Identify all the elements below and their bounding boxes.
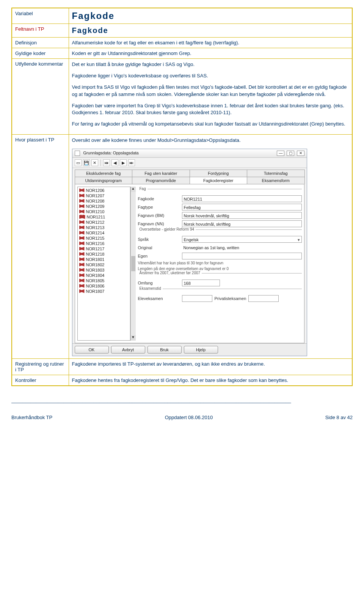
list-item[interactable]: NOR1214 [78,230,129,236]
label-fagnavn-bm: Fagnavn (BM) [138,213,180,218]
row-gyldige-value: Koden er gitt av Utdanningsdirektoratet … [69,48,352,59]
list-item[interactable]: NOR1208 [78,198,129,204]
window-title: Grunnlagsdata: Oppslagsdata [83,151,139,155]
list-item[interactable]: NOR1209 [78,204,129,209]
fagkode-list[interactable]: NOR1206NOR1207NOR1208NOR1209NOR1210NOR12… [77,187,130,341]
input-omfang[interactable]: 168 [182,280,220,286]
next-icon[interactable]: ▶ [120,159,127,166]
detail-form: Fag Fagkode NOR1211 Fagtype Fellesfag Fa… [138,187,302,341]
save-icon[interactable]: 💾 [83,159,90,166]
new-icon[interactable]: ▭ [75,159,82,166]
scroll-thumb[interactable] [131,256,135,271]
row-kontroller-value: Fagkodene hentes fra fagkoderegisteret t… [69,375,352,386]
hjelp-button[interactable]: Hjelp [184,346,218,353]
close-button[interactable]: ✕ [297,151,304,156]
book-icon [79,289,85,293]
list-item-label: NOR1805 [86,278,105,283]
list-item-label: NOR1210 [86,209,105,214]
list-item-label: NOR1212 [86,220,105,225]
book-icon [79,258,85,261]
book-icon [79,204,85,208]
book-icon [79,215,85,219]
book-icon [79,268,85,272]
list-item-label: NOR1207 [86,193,105,198]
section-oversettelse: Oversettelse - gjelder Reform 94 [138,227,196,231]
row-kontroller-label: Kontroller [12,375,69,386]
last-icon[interactable]: ⏭ [128,159,135,166]
toolbar: ▭ 💾 ✕ ⏮ ◀ ▶ ⏭ [72,158,307,168]
input-fagkode[interactable]: NOR1211 [182,195,302,202]
list-item-label: NOR1208 [86,199,105,203]
label-eleveksamen: Eleveksamen [138,296,180,301]
input-privatisteksamen[interactable] [248,295,279,302]
list-item-label: NOR1802 [86,262,105,267]
select-sprak[interactable]: Engelsk [182,236,302,243]
scroll-up-icon[interactable]: ▲ [131,187,136,192]
bruk-button[interactable]: Bruk [147,346,182,353]
tab-utdanningsprogram[interactable]: Utdanningsprogram [75,177,133,184]
utfyllende-p3: Ved import fra SAS til Vigo vil fagkoden… [72,84,349,97]
book-icon [79,263,85,267]
list-item-label: NOR1807 [86,289,105,294]
tab-fordypning[interactable]: Fordypning [190,170,248,177]
book-icon [79,199,85,203]
list-item[interactable]: NOR1802 [78,262,129,267]
tab-fag-uten-karakter[interactable]: Fag uten karakter [132,170,190,177]
tab-fagkoderegister[interactable]: Fagkoderegister [190,177,248,184]
list-item[interactable]: NOR1213 [78,225,129,230]
label-original: Original [138,245,180,250]
list-item[interactable]: NOR1805 [78,278,129,283]
list-item[interactable]: NOR1206 [78,188,129,193]
ok-button[interactable]: OK [75,346,109,353]
row-gyldige-label: Gyldige koder [12,48,69,59]
list-item[interactable]: NOR1211 [78,214,129,220]
list-item[interactable]: NOR1807 [78,289,129,294]
maximize-button[interactable]: ▢ [287,151,294,156]
input-eleveksamen[interactable] [182,295,212,302]
label-fagnavn-nn: Fagnavn (NN) [138,222,180,226]
list-item[interactable]: NOR1803 [78,267,129,273]
list-item[interactable]: NOR1215 [78,236,129,241]
label-omfang: Omfang [138,281,180,285]
tab-eksamensform[interactable]: Eksamensform [247,177,305,184]
tab-programomraade[interactable]: Programområde [132,177,190,184]
label-fagtype: Fagtype [138,205,180,209]
tab-ekskluderende[interactable]: Ekskluderende fag [75,170,133,177]
book-icon [79,284,85,288]
input-egen[interactable] [182,253,302,259]
titlebar: Grunnlagsdata: Oppslagsdata — ▢ ✕ [72,149,307,158]
minimize-button[interactable]: — [277,151,284,156]
book-icon [79,189,85,192]
scrollbar[interactable]: ▲ ▼ [130,187,136,341]
window-icon [75,151,80,156]
list-item[interactable]: NOR1210 [78,209,129,214]
list-item[interactable]: NOR1216 [78,241,129,246]
delete-icon[interactable]: ✕ [91,159,98,166]
list-item[interactable]: NOR1207 [78,193,129,198]
list-item[interactable]: NOR1217 [78,246,129,251]
input-fagnavn-bm[interactable]: Norsk hovedmål, skriftlig [182,212,302,219]
list-item[interactable]: NOR1804 [78,273,129,278]
list-item-label: NOR1803 [86,268,105,272]
row-feltnavn-label: Feltnavn i TP [12,24,69,38]
list-item-label: NOR1217 [86,247,105,251]
list-item[interactable]: NOR1212 [78,220,129,225]
list-item-label: NOR1801 [86,257,105,262]
input-fagtype[interactable]: Fellesfag [182,204,302,211]
prev-icon[interactable]: ◀ [111,159,118,166]
utfyllende-p1: Det er kun tillatt å bruke gyldige fagko… [72,61,349,68]
input-fagnavn-nn[interactable]: Norsk hovudmål, skriftleg [182,220,302,227]
list-item-label: NOR1216 [86,241,105,246]
label-egen: Egen [138,254,180,258]
list-item[interactable]: NOR1801 [78,257,129,262]
scroll-down-icon[interactable]: ▼ [131,335,136,341]
avbryt-button[interactable]: Avbryt [111,346,145,353]
tab-toterminsfag[interactable]: Toterminsfag [247,170,305,177]
book-icon [79,279,85,283]
first-icon[interactable]: ⏮ [103,159,110,166]
utfyllende-p5: For føring av fagkoder på vitnemål og ko… [72,121,349,127]
list-item-label: NOR1806 [86,284,105,288]
row-hvorplassert-value: Oversikt over alle kodene finnes under M… [69,135,352,358]
list-item[interactable]: NOR1218 [78,251,129,257]
list-item[interactable]: NOR1806 [78,283,129,289]
